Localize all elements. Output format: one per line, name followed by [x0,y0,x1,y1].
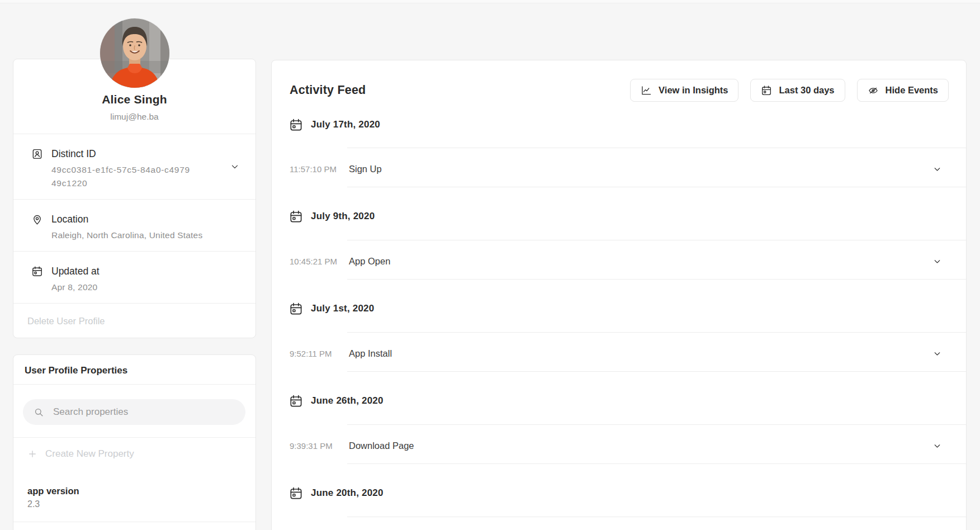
user-profile-properties-card: User Profile Properties Create New Prope… [13,354,256,530]
feed-date-header: July 17th, 2020 [272,102,966,148]
event-time: 10:45:21 PM [290,257,349,266]
profile-name: Alice Singh [25,93,244,106]
profile-field-location: LocationRaleigh, North Carolina, United … [13,199,255,251]
chevron-down-icon[interactable] [932,441,942,453]
properties-panel-title: User Profile Properties [13,355,255,384]
field-head: Updated at [31,266,229,277]
avatar-portrait-image [100,18,169,88]
hide-events-button[interactable]: Hide Events [857,79,949,102]
calendar-icon [289,394,303,408]
search-section [13,384,255,437]
chevron-down-icon[interactable] [230,162,240,174]
feed-date-group: June 20th, 2020 [272,464,966,517]
activity-feed-title: Activity Feed [290,83,366,97]
activity-feed-card: Activity Feed View in InsightsLast 30 da… [271,60,967,530]
feed-date-label: June 20th, 2020 [311,488,384,499]
field-label: Distinct ID [51,148,96,160]
property-name: app version [27,486,244,496]
feed-date-header: July 1st, 2020 [272,280,966,332]
calendar-icon [289,210,303,224]
feed-date-label: July 17th, 2020 [311,119,380,130]
calendar-icon [289,302,303,316]
feed-date-group: July 9th, 202010:45:21 PMApp Open [272,187,966,280]
button-label: Hide Events [886,85,938,96]
page-content: Alice Singh limuj@he.ba Distinct ID49cc0… [0,0,980,530]
feed-date-header: June 20th, 2020 [272,464,966,517]
calendar-icon [31,266,43,277]
event-name: Sign Up [349,164,382,174]
property-item-app-version[interactable]: app version2.3 [13,470,255,522]
divider [347,517,966,517]
last-30-days-button[interactable]: Last 30 days [750,79,845,102]
line-chart-icon [641,85,652,96]
field-value: Apr 8, 2020 [51,281,229,294]
field-head: Distinct ID [31,148,229,160]
event-time: 9:52:11 PM [290,349,349,358]
activity-feed-groups: July 17th, 202011:57:10 PMSign UpJuly 9t… [272,102,966,517]
profile-fields: Distinct ID49cc0381-e1fc-57c5-84a0-c4979… [13,134,255,303]
create-new-property-button[interactable]: Create New Property [13,437,255,470]
feed-date-group: July 17th, 202011:57:10 PMSign Up [272,102,966,187]
field-label: Updated at [51,266,100,277]
event-name: App Install [349,348,392,359]
button-label: View in Insights [659,85,728,96]
avatar [100,18,169,88]
calendar-icon [289,486,303,500]
event-name: Download Page [349,441,414,451]
create-new-property-label: Create New Property [45,448,134,460]
profile-email: limuj@he.ba [25,112,244,122]
event-name: App Open [349,256,390,267]
feed-date-label: July 9th, 2020 [311,211,375,222]
feed-date-label: July 1st, 2020 [311,303,374,314]
feed-date-header: June 26th, 2020 [272,372,966,424]
search-icon [34,407,44,418]
search-properties-input[interactable] [52,406,236,418]
field-head: Location [31,214,229,225]
event-time: 9:39:31 PM [290,441,349,451]
profile-field-updated-at: Updated atApr 8, 2020 [13,251,255,303]
feed-date-group: June 26th, 20209:39:31 PMDownload Page [272,372,966,464]
field-value: Raleigh, North Carolina, United States [51,229,229,242]
event-row-sign-up[interactable]: 11:57:10 PMSign Up [272,148,966,187]
activity-feed-toolbar: View in InsightsLast 30 daysHide Events [630,79,949,102]
profile-card: Alice Singh limuj@he.ba Distinct ID49cc0… [13,59,256,338]
property-value: 2.3 [27,499,244,509]
feed-date-group: July 1st, 20209:52:11 PMApp Install [272,280,966,372]
chevron-down-icon[interactable] [932,349,942,361]
plus-icon [27,449,37,459]
event-time: 11:57:10 PM [290,164,349,174]
delete-row: Delete User Profile [13,303,255,338]
feed-date-label: June 26th, 2020 [311,395,384,406]
feed-date-header: July 9th, 2020 [272,187,966,240]
properties-list: app version2.3 [13,470,255,522]
event-row-download-page[interactable]: 9:39:31 PMDownload Page [272,425,966,463]
field-label: Location [51,214,88,225]
activity-feed-header: Activity Feed View in InsightsLast 30 da… [272,60,966,102]
field-value: 49cc0381-e1fc-57c5-84a0-c497949c1220 [51,163,192,190]
calendar-icon [761,85,772,96]
chevron-down-icon[interactable] [932,257,942,268]
location-pin-icon [31,214,43,225]
profile-sidebar: Alice Singh limuj@he.ba Distinct ID49cc0… [13,0,256,530]
event-row-app-install[interactable]: 9:52:11 PMApp Install [272,333,966,371]
search-box[interactable] [23,399,245,425]
button-label: Last 30 days [779,85,834,96]
profile-field-distinct-id: Distinct ID49cc0381-e1fc-57c5-84a0-c4979… [13,134,255,199]
event-row-app-open[interactable]: 10:45:21 PMApp Open [272,240,966,279]
id-badge-icon [31,148,43,160]
delete-user-profile-button[interactable]: Delete User Profile [27,316,105,326]
chevron-down-icon[interactable] [932,164,942,176]
eye-off-icon [868,85,879,96]
calendar-icon [289,118,303,132]
view-in-insights-button[interactable]: View in Insights [630,79,738,102]
page-top-edge [0,0,980,3]
